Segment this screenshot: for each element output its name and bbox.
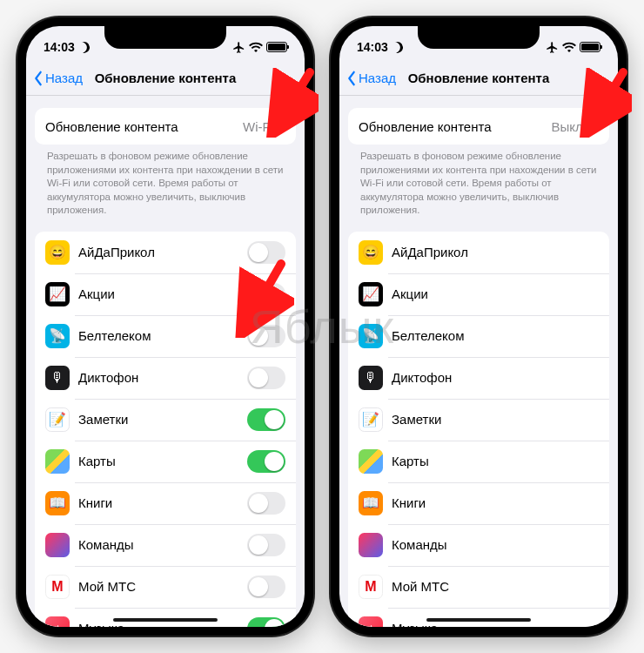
app-label: Мой МТС [78, 579, 136, 594]
footer-note: Разрешать в фоновом режиме обновление пр… [35, 145, 296, 219]
wifi-icon [562, 42, 576, 52]
status-time: 14:03 [44, 40, 75, 54]
app-row: ♪Музыка [35, 608, 296, 627]
app-toggle[interactable] [247, 492, 285, 515]
app-icon: М [45, 575, 70, 599]
app-label: Книги [392, 495, 426, 510]
master-setting-value: Wi-Fi [243, 119, 273, 134]
app-icon: 📝 [45, 407, 70, 432]
app-icon: 😄 [359, 240, 383, 265]
master-setting-group: Обновление контента Выкл. [348, 108, 609, 145]
app-row: 🎙Диктофон [348, 357, 609, 399]
app-label: АйДаПрикол [78, 245, 155, 259]
back-label: Назад [359, 71, 396, 85]
app-icon: 📡 [359, 324, 383, 348]
app-icon [45, 449, 70, 474]
app-label: Белтелеком [392, 328, 464, 343]
app-toggle[interactable] [247, 283, 285, 306]
chevron-right-icon [592, 121, 599, 131]
app-label: Музыка [78, 621, 124, 627]
notch [104, 26, 226, 49]
app-icon: 🎙 [359, 366, 383, 390]
app-label: Диктофон [392, 370, 452, 385]
app-list: 😄АйДаПрикол📈Акции📡Белтелеком🎙Диктофон📝За… [35, 232, 296, 627]
app-row: Команды [348, 524, 609, 566]
app-row: 📝Заметки [348, 399, 609, 441]
app-label: АйДаПрикол [392, 245, 468, 259]
app-label: Заметки [392, 412, 441, 427]
app-icon: 📖 [359, 491, 383, 515]
status-time: 14:03 [357, 40, 388, 54]
battery-icon [266, 42, 287, 52]
app-row: 😄АйДаПрикол [348, 232, 609, 273]
app-icon: 📖 [45, 491, 70, 515]
app-toggle[interactable] [247, 450, 285, 473]
app-icon: ♪ [359, 616, 383, 627]
wifi-icon [249, 42, 263, 52]
do-not-disturb-icon [78, 42, 90, 53]
app-icon: М [359, 575, 383, 599]
app-row: ♪Музыка [348, 608, 609, 627]
airplane-mode-icon [546, 41, 559, 54]
app-label: Заметки [78, 412, 128, 427]
app-row: 📖Книги [35, 482, 296, 524]
app-label: Белтелеком [78, 328, 151, 343]
app-icon [359, 533, 383, 557]
home-indicator[interactable] [426, 618, 531, 622]
master-setting-label: Обновление контента [359, 119, 492, 134]
app-toggle[interactable] [247, 534, 285, 556]
app-label: Музыка [392, 621, 438, 627]
phone-right: 14:03 Назад Обновле [331, 17, 627, 636]
app-icon: 📡 [45, 324, 70, 348]
app-toggle[interactable] [247, 367, 285, 389]
app-toggle[interactable] [247, 241, 285, 264]
app-label: Команды [392, 537, 447, 552]
app-row: ММой МТС [35, 566, 296, 608]
app-icon [359, 449, 383, 474]
app-row: 📝Заметки [35, 399, 296, 441]
back-button[interactable]: Назад [346, 71, 396, 86]
master-setting-row[interactable]: Обновление контента Wi-Fi [35, 108, 296, 145]
notch [418, 26, 540, 49]
app-toggle[interactable] [247, 408, 285, 431]
back-label: Назад [45, 71, 83, 85]
app-row: 📡Белтелеком [348, 315, 609, 357]
app-row: 📖Книги [348, 482, 609, 524]
app-icon: 📝 [359, 407, 383, 432]
phone-left: 14:03 Назад Обновле [17, 17, 313, 636]
app-row: 📈Акции [35, 273, 296, 315]
chevron-right-icon [278, 121, 285, 131]
nav-bar: Назад Обновление контента [26, 61, 305, 96]
app-row: 😄АйДаПрикол [35, 232, 296, 273]
app-label: Диктофон [78, 370, 138, 385]
master-setting-label: Обновление контента [45, 119, 178, 134]
app-label: Книги [78, 495, 112, 510]
app-label: Акции [78, 286, 115, 301]
app-icon: 📈 [359, 282, 383, 306]
app-row: Команды [35, 524, 296, 566]
app-toggle[interactable] [247, 325, 285, 347]
master-setting-group: Обновление контента Wi-Fi [35, 108, 296, 145]
master-setting-value: Выкл. [552, 119, 587, 134]
home-indicator[interactable] [113, 618, 218, 622]
app-list: 😄АйДаПрикол📈Акции📡Белтелеком🎙Диктофон📝За… [348, 232, 609, 627]
nav-bar: Назад Обновление контента [339, 61, 618, 96]
app-row: ММой МТС [348, 566, 609, 608]
app-row: 📈Акции [348, 273, 609, 315]
app-icon: 😄 [45, 240, 70, 265]
app-label: Акции [392, 286, 428, 301]
airplane-mode-icon [232, 41, 245, 54]
app-toggle[interactable] [247, 617, 285, 627]
app-icon: 🎙 [45, 366, 70, 390]
app-toggle[interactable] [247, 576, 285, 598]
app-label: Карты [78, 454, 116, 468]
app-icon: ♪ [45, 616, 70, 627]
page-title: Обновление контента [95, 71, 237, 85]
app-label: Команды [78, 537, 134, 552]
back-button[interactable]: Назад [33, 71, 83, 86]
do-not-disturb-icon [392, 42, 403, 53]
master-setting-row[interactable]: Обновление контента Выкл. [348, 108, 609, 145]
app-row: Карты [348, 441, 609, 482]
page-title: Обновление контента [408, 71, 550, 85]
app-row: Карты [35, 441, 296, 482]
